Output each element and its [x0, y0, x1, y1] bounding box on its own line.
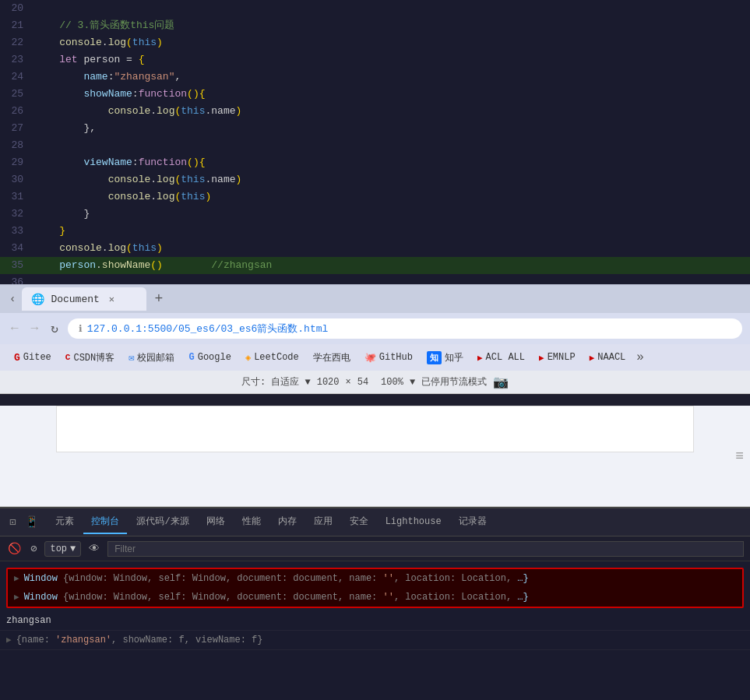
filter-toggle-icon[interactable]: ⊘: [29, 540, 38, 557]
devtools-tab-lighthouse[interactable]: Lighthouse: [378, 512, 449, 533]
viewport-height: 54: [357, 377, 368, 388]
forward-button[interactable]: →: [28, 320, 42, 337]
devtools-tab-elements[interactable]: 元素: [48, 510, 82, 534]
clear-console-icon[interactable]: 🚫: [6, 540, 23, 557]
code-line-26: 26 console.log(this.name): [0, 103, 750, 120]
devtools-tab-performance[interactable]: 性能: [234, 510, 269, 534]
devtools-console-toolbar: 🚫 ⊘ top ▼ 👁: [0, 536, 750, 561]
code-line-27: 27 },: [0, 120, 750, 137]
bookmark-leetcode[interactable]: ◈ LeetCode: [239, 350, 305, 366]
code-line-36: 36: [0, 274, 750, 284]
console-line-object: ▶ {name: 'zhangsan', showName: f, viewNa…: [0, 631, 750, 650]
code-line-22: 22 console.log(this): [0, 34, 750, 51]
code-line-31: 31 console.log(this): [0, 188, 750, 206]
devtools-panel: ⊡ 📱 元素 控制台 源代码/来源 网络 性能 内存 应用 安全 Lightho…: [0, 507, 750, 700]
code-line-29: 29 viewName:function(){: [0, 154, 750, 171]
top-dropdown-icon: ▼: [70, 543, 76, 554]
emnlp-icon: ▶: [539, 353, 544, 363]
naacl-icon: ▶: [590, 353, 595, 363]
code-line-34: 34 console.log(this): [0, 240, 750, 257]
page-content-white: [56, 406, 694, 452]
lock-icon: ℹ: [79, 323, 83, 335]
tab-close-button[interactable]: ✕: [109, 294, 114, 305]
code-line-33: 33 }: [0, 223, 750, 240]
viewport-width: 1020: [317, 377, 340, 388]
github-icon: 🐙: [364, 352, 376, 364]
bookmarks-bar: G Gitee C CSDN博客 ✉ 校园邮箱 G Google ◈ LeetC…: [0, 344, 750, 371]
bookmark-acl[interactable]: ▶ ACL ALL: [471, 350, 531, 365]
devtools-inspect-icon[interactable]: ⊡: [6, 514, 19, 530]
top-label: top: [50, 543, 67, 554]
code-line-32: 32 }: [0, 206, 750, 223]
devtools-tab-sources[interactable]: 源代码/来源: [129, 510, 196, 534]
console-line-window1: ▶ Window {window: Window, self: Window, …: [8, 569, 742, 588]
google-icon: G: [188, 352, 194, 363]
console-error-block: ▶ Window {window: Window, self: Window, …: [6, 568, 744, 608]
browser-tab-document[interactable]: 🌐 Document ✕: [22, 287, 146, 311]
top-context-selector[interactable]: top ▼: [44, 541, 81, 557]
mail-icon: ✉: [129, 352, 134, 364]
devtools-tab-bar: ⊡ 📱 元素 控制台 源代码/来源 网络 性能 内存 应用 安全 Lightho…: [0, 508, 750, 536]
code-line-35: 35 person.showName() //zhangsan: [0, 257, 750, 274]
zhihu-icon: 知: [427, 351, 442, 364]
viewport-bar: 尺寸: 自适应 ▼ 1020 × 54 100%▼ 已停用节流模式 📷: [0, 371, 750, 394]
devtools-tab-application[interactable]: 应用: [306, 510, 340, 534]
bookmark-mail[interactable]: ✉ 校园邮箱: [122, 349, 181, 367]
bookmark-gitee[interactable]: G Gitee: [8, 350, 58, 366]
bookmark-naacl[interactable]: ▶ NAACL: [583, 350, 632, 365]
console-line-zhangsan: zhangsan: [0, 611, 750, 631]
more-bookmarks-button[interactable]: »: [636, 350, 644, 364]
address-text: 127.0.0.1:5500/05_es6/03_es6箭头函数.html: [87, 322, 328, 336]
address-bar-row: ← → ↻ ℹ 127.0.0.1:5500/05_es6/03_es6箭头函数…: [0, 313, 750, 344]
viewport-size-label: 尺寸: 自适应 ▼: [241, 375, 311, 389]
code-line-20: 20: [0, 0, 750, 17]
tab-favicon-icon: 🌐: [31, 293, 44, 306]
code-line-23: 23 let person = {: [0, 51, 750, 69]
tab-bar: ‹ 🌐 Document ✕ +: [0, 285, 750, 313]
bookmark-github[interactable]: 🐙 GitHub: [358, 350, 419, 366]
code-line-21: 21 // 3.箭头函数this问题: [0, 17, 750, 34]
browser-content-area: ≡: [0, 406, 750, 507]
bookmark-emnlp[interactable]: ▶ EMNLP: [533, 350, 582, 365]
bookmark-google[interactable]: G Google: [182, 350, 237, 365]
tab-scroll-left[interactable]: ‹: [6, 290, 19, 308]
tab-title: Document: [51, 294, 99, 305]
collapse-arrow-1[interactable]: ▶: [14, 571, 19, 586]
code-line-24: 24 name:"zhangsan",: [0, 69, 750, 86]
console-filter-input[interactable]: [107, 541, 744, 557]
bookmark-zhihu[interactable]: 知 知乎: [421, 349, 470, 367]
csdn-icon: C: [65, 353, 71, 362]
collapse-arrow-2[interactable]: ▶: [14, 589, 19, 605]
devtools-device-icon[interactable]: 📱: [22, 514, 41, 530]
back-button[interactable]: ←: [8, 320, 22, 337]
address-bar[interactable]: ℹ 127.0.0.1:5500/05_es6/03_es6箭头函数.html: [68, 318, 742, 339]
devtools-dock-icons: ⊡ 📱: [6, 514, 41, 530]
bookmark-xuexixi[interactable]: 学在西电: [307, 349, 357, 367]
browser-chrome: ‹ 🌐 Document ✕ + ← → ↻ ℹ 127.0.0.1:5500/…: [0, 284, 750, 394]
leetcode-icon: ◈: [245, 352, 251, 364]
console-output-area: ▶ Window {window: Window, self: Window, …: [0, 561, 750, 700]
screenshot-icon[interactable]: 📷: [493, 375, 509, 390]
new-tab-button[interactable]: +: [150, 291, 167, 307]
devtools-tab-recorder[interactable]: 记录器: [451, 510, 495, 534]
code-line-30: 30 console.log(this.name): [0, 171, 750, 188]
code-editor: 20 21 // 3.箭头函数this问题 22 console.log(thi…: [0, 0, 750, 284]
bookmark-csdn[interactable]: C CSDN博客: [59, 349, 121, 367]
devtools-tab-network[interactable]: 网络: [199, 510, 233, 534]
scroll-handle[interactable]: ≡: [735, 448, 744, 464]
devtools-tab-memory[interactable]: 内存: [270, 510, 305, 534]
gitee-icon: G: [14, 352, 20, 364]
devtools-tab-console[interactable]: 控制台: [83, 510, 127, 534]
collapse-arrow-3[interactable]: ▶: [6, 632, 12, 648]
reload-button[interactable]: ↻: [48, 319, 62, 338]
acl-icon: ▶: [477, 353, 483, 363]
viewport-mode: 已停用节流模式: [421, 375, 487, 389]
eye-icon[interactable]: 👁: [87, 541, 101, 557]
devtools-tab-security[interactable]: 安全: [342, 510, 376, 534]
code-line-28: 28: [0, 137, 750, 154]
console-line-window2: ▶ Window {window: Window, self: Window, …: [8, 588, 742, 607]
code-line-25: 25 showName:function(){: [0, 86, 750, 103]
viewport-zoom: 100%: [381, 377, 403, 388]
